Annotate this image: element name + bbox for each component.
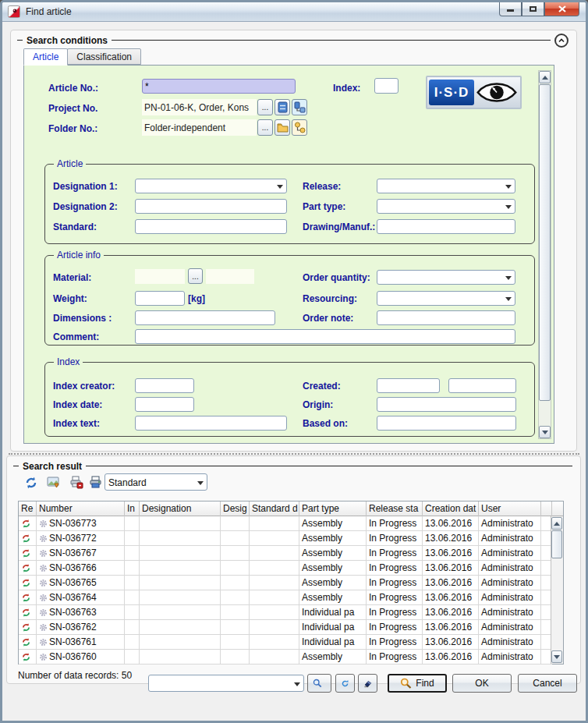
eraser-icon [363, 678, 372, 689]
release-state-cell: In Progress [367, 531, 423, 546]
drawing-manuf-input[interactable] [377, 219, 515, 234]
maximize-button[interactable] [522, 2, 544, 16]
form-scrollbar[interactable] [538, 70, 551, 439]
index-creator-input[interactable] [135, 378, 194, 393]
table-row[interactable]: SN-036762 Individual pa In Progress 13.0… [19, 620, 552, 635]
print-result-button[interactable] [86, 473, 106, 492]
part-type-cell: Assembly [299, 576, 367, 590]
refresh-button[interactable] [335, 674, 355, 693]
cancel-button-label: Cancel [533, 678, 561, 689]
origin-input[interactable] [377, 397, 516, 412]
project-no-value[interactable]: PN-01-06-K, Order, Kons [142, 99, 257, 115]
article-no-input[interactable] [142, 79, 296, 94]
material-browse-button[interactable]: ... [188, 268, 203, 284]
material-info-value[interactable] [206, 269, 254, 284]
table-row[interactable]: SN-036767 Assembly In Progress 13.06.201… [19, 546, 552, 561]
material-value[interactable] [135, 269, 185, 284]
folder-no-value[interactable]: Folder-independent [142, 119, 257, 136]
column-header-release-sta[interactable]: Release sta [367, 501, 423, 516]
table-scroll-down-button[interactable] [551, 650, 562, 663]
column-header-designation[interactable]: Designation [140, 501, 221, 516]
order-quantity-combo[interactable] [377, 270, 515, 285]
index-text-input[interactable] [135, 416, 287, 431]
column-header-in[interactable]: In [125, 501, 140, 516]
weight-input[interactable] [135, 291, 185, 306]
comment-input[interactable] [135, 329, 515, 344]
column-header-spacer[interactable] [541, 501, 552, 516]
standard-cell [250, 561, 299, 576]
search-icon [400, 678, 412, 689]
standard-cell [250, 531, 299, 546]
table-scrollbar[interactable] [551, 516, 563, 664]
column-header-number[interactable]: Number [37, 501, 125, 516]
part-type-combo[interactable] [377, 199, 515, 214]
project-browse-button[interactable]: ... [257, 99, 273, 115]
table-row[interactable]: SN-036773 Assembly In Progress 13.06.201… [19, 516, 552, 531]
cancel-button[interactable]: Cancel [518, 674, 577, 693]
project-cabinet-button[interactable] [275, 99, 290, 115]
table-row[interactable]: SN-036760 Assembly In Progress 13.06.201… [19, 650, 552, 665]
designation2-label: Designation 2: [53, 201, 118, 212]
table-row[interactable]: SN-036765 Assembly In Progress 13.06.201… [19, 576, 552, 590]
save-search-button[interactable] [307, 674, 331, 693]
based-on-input[interactable] [377, 416, 516, 431]
table-row[interactable]: SN-036761 Individual pa In Progress 13.0… [19, 635, 552, 650]
index-text-label: Index text: [53, 418, 100, 429]
folder-structure-button[interactable] [292, 119, 307, 136]
refresh-icon [341, 678, 349, 689]
created-from-input[interactable] [377, 378, 440, 393]
close-button[interactable] [544, 2, 579, 16]
number-cell: SN-036763 [37, 605, 125, 620]
export-result-button[interactable] [44, 473, 64, 492]
part-icon [39, 519, 48, 528]
scroll-down-button[interactable] [539, 426, 551, 438]
index-input[interactable] [374, 78, 398, 94]
folder-browse-button[interactable]: ... [257, 119, 273, 136]
article-info-group-title: Article info [54, 250, 104, 260]
table-row[interactable]: SN-036763 Individual pa In Progress 13.0… [19, 605, 552, 620]
designation2-input[interactable] [135, 199, 287, 214]
collapse-button[interactable] [554, 34, 569, 48]
result-layout-combo[interactable]: Standard [104, 473, 207, 491]
refresh-results-button[interactable] [21, 473, 41, 492]
sync-status-icon [21, 533, 31, 544]
tab-classification[interactable]: Classification [67, 48, 141, 65]
tab-article[interactable]: Article [23, 48, 68, 66]
title-bar[interactable]: Find article [2, 2, 586, 22]
drawing-manuf-label: Drawing/Manuf.: [303, 222, 375, 232]
resourcing-combo[interactable] [377, 291, 515, 306]
table-row[interactable]: SN-036772 Assembly In Progress 13.06.201… [19, 531, 552, 546]
index-cell [125, 576, 140, 590]
column-header-standard-d[interactable]: Standard d [250, 501, 299, 516]
table-scroll-up-button[interactable] [551, 517, 562, 530]
project-structure-button[interactable] [292, 99, 307, 115]
scroll-up-button[interactable] [539, 71, 551, 83]
release-combo[interactable] [377, 179, 515, 193]
column-header-desig[interactable]: Desig [221, 501, 250, 516]
search-result-title: Search result [23, 461, 82, 472]
order-note-input[interactable] [377, 310, 515, 325]
part-icon [39, 594, 48, 602]
column-header-creation-dat[interactable]: Creation dat [423, 501, 479, 516]
sync-status-icon [21, 548, 31, 558]
folder-open-button[interactable] [275, 119, 290, 136]
minimize-button[interactable] [499, 2, 522, 16]
index-cell [125, 546, 140, 561]
column-header-user[interactable]: User [479, 501, 541, 516]
saved-search-combo[interactable] [148, 675, 304, 692]
designation1-combo[interactable] [135, 179, 287, 193]
table-scrollbar-thumb[interactable] [551, 530, 562, 558]
standard-input[interactable] [135, 219, 287, 234]
ok-button[interactable]: OK [452, 674, 512, 693]
column-header-part-type[interactable]: Part type [299, 501, 367, 516]
clear-button[interactable] [358, 674, 377, 693]
find-button[interactable]: Find [388, 674, 447, 693]
dimensions-input[interactable] [135, 310, 275, 325]
scrollbar-thumb[interactable] [539, 84, 551, 401]
column-header-re[interactable]: Re [19, 501, 37, 516]
table-row[interactable]: SN-036764 Assembly In Progress 13.06.201… [19, 590, 552, 605]
table-row[interactable]: SN-036766 Assembly In Progress 13.06.201… [19, 561, 552, 576]
delete-result-button[interactable] [66, 473, 87, 492]
index-date-input[interactable] [135, 397, 194, 412]
created-to-input[interactable] [448, 378, 516, 393]
